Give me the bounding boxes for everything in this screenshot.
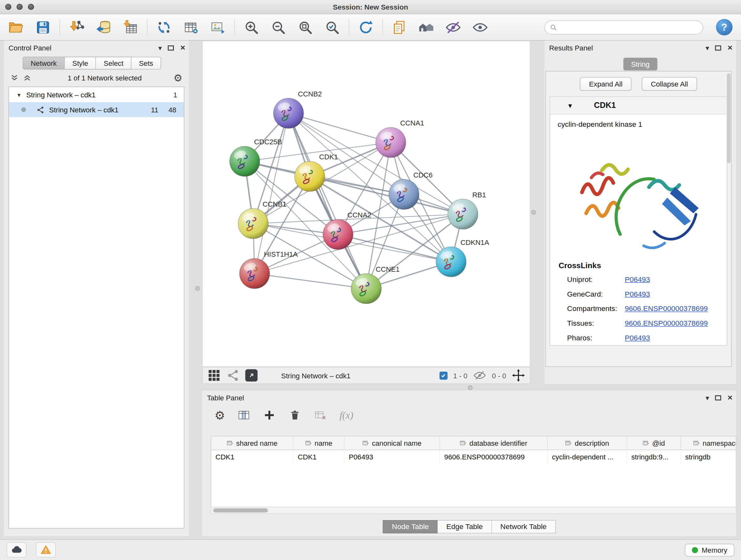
network-node-RB1[interactable]: RB1 xyxy=(448,191,486,229)
export-image-icon[interactable] xyxy=(207,17,228,38)
network-graph[interactable]: CCNB2CCNA1CDC25BCDK1CDC6RB1CCNB1CCNA2CDK… xyxy=(203,41,530,367)
disclosure-icon[interactable]: ▼ xyxy=(567,103,573,109)
grid-view-icon[interactable] xyxy=(207,369,220,382)
tree-expander-icon[interactable]: ▾ xyxy=(17,91,21,98)
panel-close-icon[interactable]: × xyxy=(728,393,733,402)
annotation-eye-icon[interactable] xyxy=(443,17,464,38)
table-hscrollbar[interactable] xyxy=(211,507,736,514)
window-controls[interactable] xyxy=(5,4,34,10)
table-hscrollbar-thumb[interactable] xyxy=(213,508,268,512)
tab-edge-table[interactable]: Edge Table xyxy=(438,520,492,533)
zoom-window-icon[interactable] xyxy=(28,4,34,10)
column-header-description[interactable]: description xyxy=(548,436,627,450)
collapse-tree-icon[interactable] xyxy=(23,73,31,81)
tab-sets[interactable]: Sets xyxy=(131,57,161,70)
column-header-shared-name[interactable]: shared name xyxy=(211,436,293,450)
protein-card-header[interactable]: ▼ CDK1 xyxy=(550,97,727,115)
zoom-selected-icon[interactable] xyxy=(322,17,342,38)
copy-document-icon[interactable] xyxy=(389,17,410,38)
add-column-icon[interactable] xyxy=(263,408,276,422)
network-edge-CCNB2-HIST1H1A[interactable] xyxy=(255,113,288,273)
panel-menu-icon[interactable]: ▾ xyxy=(705,394,709,401)
clone-network-icon[interactable] xyxy=(153,17,174,38)
column-header--id[interactable]: @id xyxy=(627,436,681,450)
minimize-window-icon[interactable] xyxy=(17,4,23,10)
zoom-in-icon[interactable] xyxy=(241,17,262,38)
tab-select[interactable]: Select xyxy=(96,57,131,70)
tab-style[interactable]: Style xyxy=(65,57,96,70)
cloud-icon[interactable] xyxy=(7,543,26,557)
expand-tree-icon[interactable] xyxy=(10,73,18,81)
column-header-canonical-name[interactable]: canonical name xyxy=(345,436,440,450)
refresh-layout-icon[interactable] xyxy=(355,17,376,38)
panel-close-icon[interactable]: × xyxy=(728,44,733,52)
crosslink-link[interactable]: P06493 xyxy=(625,334,650,342)
table-cell[interactable]: stringdb xyxy=(681,450,736,463)
table-row[interactable]: CDK1CDK1P064939606.ENSP00000378699cyclin… xyxy=(211,450,736,463)
network-node-CDKN1A[interactable]: CDKN1A xyxy=(436,239,489,277)
network-collection-row[interactable]: ▾ String Network – cdk1 1 xyxy=(9,87,184,102)
column-header-namespace[interactable]: namespace xyxy=(681,436,736,450)
right-splitter-handle[interactable] xyxy=(531,210,536,215)
network-edge-CCNB2-CCNA1[interactable] xyxy=(288,113,391,143)
tab-string[interactable]: String xyxy=(623,58,657,71)
birdseye-view-icon[interactable] xyxy=(226,369,239,382)
network-edge-CCNA2-CDKN1A[interactable] xyxy=(338,234,451,262)
zoom-out-icon[interactable] xyxy=(268,17,289,38)
bottom-splitter-handle[interactable] xyxy=(468,385,473,390)
collapse-all-button[interactable]: Collapse All xyxy=(642,77,697,91)
search-input[interactable] xyxy=(560,23,698,32)
network-table-icon[interactable] xyxy=(181,17,201,38)
network-node-HIST1H1A[interactable]: HIST1H1A xyxy=(239,250,298,289)
panel-float-icon[interactable] xyxy=(168,45,174,50)
tab-network[interactable]: Network xyxy=(23,57,65,70)
table-cell[interactable]: stringdb:9... xyxy=(627,450,681,463)
table-cell[interactable]: CDK1 xyxy=(211,450,293,463)
panel-float-icon[interactable] xyxy=(715,395,721,400)
zoom-fit-icon[interactable] xyxy=(295,17,316,38)
left-splitter-handle[interactable] xyxy=(195,286,200,291)
network-node-CDK1[interactable]: CDK1 xyxy=(294,153,338,191)
crosslink-link[interactable]: 9606.ENSP00000378699 xyxy=(625,319,708,327)
open-session-icon[interactable] xyxy=(6,17,26,38)
help-icon[interactable]: ? xyxy=(716,19,733,36)
table-cell[interactable]: cyclin-dependent ... xyxy=(548,450,627,463)
toolbar-search[interactable] xyxy=(544,20,703,34)
expand-all-button[interactable]: Expand All xyxy=(580,77,631,91)
import-network-icon[interactable] xyxy=(66,17,87,38)
network-node-CCNA1[interactable]: CCNA1 xyxy=(376,119,424,158)
gear-icon[interactable]: ⚙ xyxy=(174,72,183,82)
import-table-icon[interactable] xyxy=(120,17,141,38)
crosslink-link[interactable]: P06493 xyxy=(625,275,650,284)
panel-float-icon[interactable] xyxy=(715,45,721,50)
warning-icon[interactable] xyxy=(36,543,56,557)
crosslink-link[interactable]: 9606.ENSP00000378699 xyxy=(625,304,708,313)
panel-menu-icon[interactable]: ▾ xyxy=(158,44,162,51)
tab-network-table[interactable]: Network Table xyxy=(492,520,556,533)
table-cell[interactable]: 9606.ENSP00000378699 xyxy=(440,450,548,463)
import-database-icon[interactable] xyxy=(93,17,114,38)
network-canvas[interactable]: CCNB2CCNA1CDC25BCDK1CDC6RB1CCNB1CCNA2CDK… xyxy=(202,41,530,367)
selected-checkbox-icon[interactable] xyxy=(440,371,448,379)
save-session-icon[interactable] xyxy=(32,17,53,38)
table-settings-gear-icon[interactable]: ⚙ xyxy=(214,409,225,421)
open-in-string-icon[interactable] xyxy=(246,369,258,382)
column-header-name[interactable]: name xyxy=(293,436,345,450)
table-cell[interactable]: P06493 xyxy=(345,450,440,463)
close-window-icon[interactable] xyxy=(5,4,11,10)
delete-column-icon[interactable] xyxy=(288,408,301,422)
home-view-icon[interactable] xyxy=(416,17,436,38)
panel-menu-icon[interactable]: ▾ xyxy=(705,44,709,51)
pan-move-icon[interactable] xyxy=(512,369,525,382)
show-graphics-eye-icon[interactable] xyxy=(470,17,490,38)
memory-button[interactable]: Memory xyxy=(685,544,735,557)
table-cell[interactable]: CDK1 xyxy=(293,450,345,463)
select-columns-icon[interactable] xyxy=(238,408,251,422)
tab-node-table[interactable]: Node Table xyxy=(383,520,438,533)
network-node-CCNB1[interactable]: CCNB1 xyxy=(238,200,286,239)
network-row[interactable]: String Network – cdk1 11 48 xyxy=(9,102,184,117)
network-edge-CCNB2-CCNE1[interactable] xyxy=(288,113,366,289)
network-node-CCNB2[interactable]: CCNB2 xyxy=(273,90,322,128)
network-edge-HIST1H1A-CCNE1[interactable] xyxy=(255,273,366,289)
results-scrollbar[interactable] xyxy=(727,73,731,163)
